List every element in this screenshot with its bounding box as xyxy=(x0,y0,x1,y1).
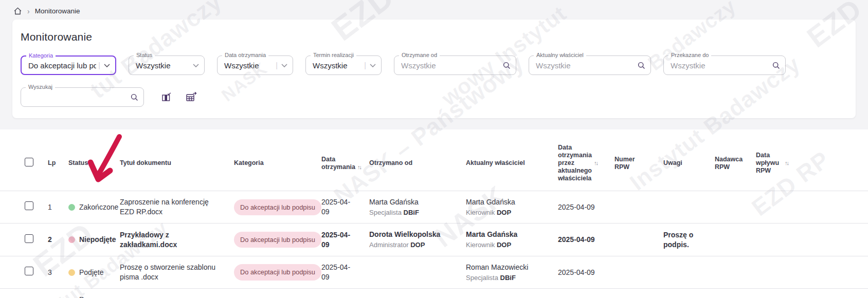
cell-title[interactable]: Proszę o stworzenie szablonu pisma .docx xyxy=(120,294,234,298)
search-icon[interactable] xyxy=(772,62,780,69)
cell-date-received: 2025-04-09 xyxy=(321,224,369,256)
table-header-row: Lp Status↑↓ Tytuł dokumentu Kategoria Da… xyxy=(0,137,868,191)
cell-rpw-sender xyxy=(715,201,756,213)
chevron-down-icon[interactable] xyxy=(281,64,287,67)
cell-status: Niepodjęte xyxy=(68,229,120,251)
cell-date-received: 2025-04-09 xyxy=(321,191,369,223)
filter-label: Data otrzymania xyxy=(222,52,268,58)
table-row[interactable]: 2 Niepodjęte Przykładowy z zakładkami.do… xyxy=(0,223,868,255)
cell-lp: 2 xyxy=(48,229,68,251)
col-header-category[interactable]: Kategoria xyxy=(234,152,321,175)
filters-row: Kategoria Do akceptacji lub podpi... | S… xyxy=(21,55,847,75)
filter-label: Termin realizacji xyxy=(311,52,356,58)
cell-category: Do akceptacji lub podpisu xyxy=(234,258,321,286)
cell-rpw-number xyxy=(614,234,663,246)
col-header-date-received[interactable]: Data otrzymania↑↓ xyxy=(321,148,369,179)
filter-termin-realizacji[interactable]: Termin realizacji Wszystkie | xyxy=(305,55,382,75)
breadcrumb-separator: › xyxy=(27,7,30,15)
col-header-current-owner[interactable]: Aktualny właściciel xyxy=(466,152,558,175)
cell-rpw-date xyxy=(756,201,856,213)
table-row[interactable]: 3 Podjęte Proszę o stworzenie szablonu p… xyxy=(0,256,868,288)
filter-value: Wszystkie xyxy=(136,61,193,70)
filter-placeholder: Wszystkie xyxy=(401,61,500,70)
col-header-status[interactable]: Status↑↓ xyxy=(68,152,120,175)
col-header-notes[interactable]: Uwagi xyxy=(663,152,715,175)
filter-value: Wszystkie xyxy=(313,61,362,70)
chevron-down-icon[interactable] xyxy=(193,64,199,67)
export-table-icon[interactable] xyxy=(186,92,197,102)
cell-date-by-owner: 2025-04-09 xyxy=(558,229,614,251)
search-icon[interactable] xyxy=(638,62,645,69)
filter-value: Do akceptacji lub podpi... xyxy=(28,61,96,70)
col-header-date-by-owner[interactable]: Data otrzymania przez aktualnego właścic… xyxy=(558,137,614,191)
col-header-title[interactable]: Tytuł dokumentu xyxy=(120,152,234,175)
chevron-down-icon[interactable] xyxy=(104,64,110,67)
filter-data-otrzymania[interactable]: Data otrzymania Wszystkie | xyxy=(217,55,293,75)
monitoring-table: Lp Status↑↓ Tytuł dokumentu Kategoria Da… xyxy=(0,129,868,298)
cell-title[interactable]: Zaproszenie na konferencję EZD RP.docx xyxy=(120,191,234,223)
category-badge: Do akceptacji lub podpisu xyxy=(234,199,321,215)
category-badge: Do akceptacji lub podpisu xyxy=(234,232,321,248)
sort-icon[interactable]: ↑↓ xyxy=(357,164,361,170)
category-badge: Do akceptacji lub podpisu xyxy=(234,264,321,280)
sort-icon[interactable]: ↑↓ xyxy=(785,160,788,166)
home-icon[interactable] xyxy=(13,7,22,15)
row-select-cell xyxy=(25,260,48,284)
chevron-down-icon[interactable] xyxy=(370,64,376,67)
cell-date-received: 2025-04-09 xyxy=(321,256,369,288)
row-checkbox[interactable] xyxy=(25,201,33,210)
cell-notes xyxy=(663,201,715,213)
sort-icon[interactable]: ↑↓ xyxy=(594,160,598,166)
cell-notes xyxy=(663,266,715,278)
row-select-cell xyxy=(25,195,48,219)
cell-rpw-sender xyxy=(715,266,756,278)
col-header-received-from[interactable]: Otrzymano od xyxy=(369,152,466,175)
filter-przekazane-do[interactable]: Przekazane do Wszystkie xyxy=(663,55,786,75)
breadcrumb: › Monitorowanie xyxy=(0,0,868,17)
cell-title[interactable]: Przykładowy z zakładkami.docx xyxy=(120,224,234,256)
filter-kategoria[interactable]: Kategoria Do akceptacji lub podpi... | xyxy=(21,55,116,75)
field-divider: | xyxy=(98,61,100,69)
cell-date-by-owner: 2025-04-09 xyxy=(558,262,614,284)
cell-lp: 3 xyxy=(48,262,68,284)
cell-rpw-date xyxy=(756,234,856,246)
sort-icon[interactable]: ↑↓ xyxy=(90,160,94,166)
filter-value: Wszystkie xyxy=(224,61,274,70)
col-header-rpw-sender[interactable]: Nadawca RPW xyxy=(715,148,756,179)
filter-label: Aktualny właściciel xyxy=(534,52,586,58)
filter-otrzymane-od[interactable]: Otrzymane od Wszystkie xyxy=(394,55,516,75)
search-icon[interactable] xyxy=(503,62,511,69)
cell-rpw-number xyxy=(614,201,663,213)
cell-current-owner: Roman Mazowiecki Specjalista DBiF xyxy=(466,256,558,288)
cell-date-received: 2025-04-09 xyxy=(321,294,369,298)
cell-current-owner: Dorota Wielkopolska Administrator DOP xyxy=(466,293,558,298)
filter-card: Monitorowanie Kategoria Do akceptacji lu… xyxy=(12,20,856,118)
cell-received-from: Marta Gdańska Specjalista DBiF xyxy=(369,191,466,223)
cell-title[interactable]: Proszę o stworzenie szablonu pisma .docx xyxy=(120,256,234,288)
search-input[interactable]: Wyszukaj xyxy=(21,87,144,107)
cell-category: Do akceptacji lub podpisu xyxy=(234,193,321,221)
select-all-checkbox[interactable] xyxy=(25,158,33,166)
cell-current-owner: Marta Gdańska Kierownik DOP xyxy=(466,224,558,255)
cell-lp: 1 xyxy=(48,196,68,218)
cell-status: Przerwana ścieżka akceptacji xyxy=(68,289,120,298)
status-dot xyxy=(68,204,75,211)
search-icon[interactable] xyxy=(131,94,138,101)
table-row[interactable]: 4 Przerwana ścieżka akceptacji Proszę o … xyxy=(0,288,868,298)
breadcrumb-current[interactable]: Monitorowanie xyxy=(35,7,80,15)
col-header-rpw-date[interactable]: Data wpływu RPW↑↓ xyxy=(756,144,856,183)
cell-category: Do akceptacji lub podpisu xyxy=(234,295,321,298)
filter-aktualny-wlasciciel[interactable]: Aktualny właściciel Wszystkie xyxy=(529,55,651,75)
cell-received-from: Dorota Wielkopolska Administrator DOP xyxy=(369,224,466,255)
table-row[interactable]: 1 Zakończone Zaproszenie na konferencję … xyxy=(0,191,868,223)
col-header-lp[interactable]: Lp xyxy=(48,152,68,175)
cell-rpw-date xyxy=(756,266,856,278)
row-checkbox[interactable] xyxy=(25,234,33,243)
row-checkbox[interactable] xyxy=(25,267,33,275)
cell-status: Zakończone xyxy=(68,196,120,218)
col-header-rpw-number[interactable]: Numer RPW xyxy=(614,148,663,179)
cell-current-owner: Marta Gdańska Kierownik DOP xyxy=(466,191,558,223)
columns-check-icon[interactable] xyxy=(161,92,172,102)
filter-status[interactable]: Status Wszystkie xyxy=(129,55,205,75)
cell-rpw-number xyxy=(614,266,663,278)
